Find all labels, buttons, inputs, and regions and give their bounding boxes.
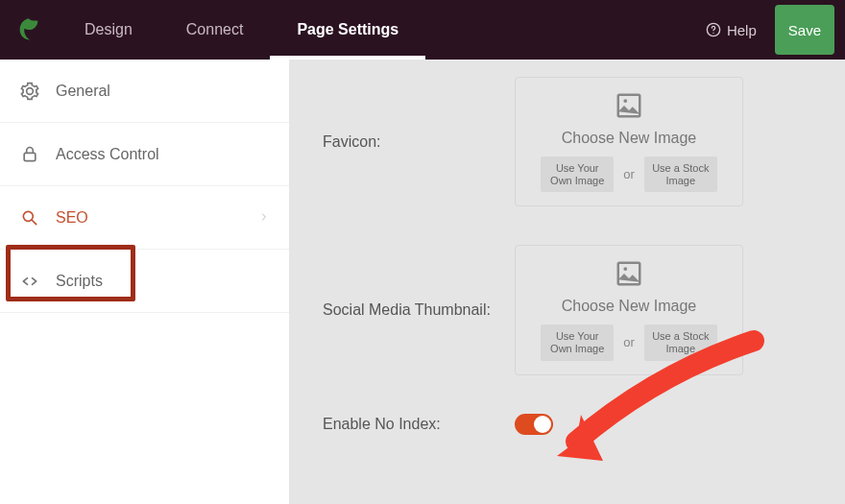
sidebar-item-label: SEO	[56, 209, 88, 227]
social-image-card: Choose New Image Use Your Own Image or U…	[515, 245, 743, 374]
content: General Access Control SEO Scripts	[0, 60, 845, 504]
social-thumbnail-label: Social Media Thumbnail:	[323, 301, 515, 319]
use-stock-image-button[interactable]: Use a Stock Image	[644, 156, 717, 192]
topbar-right: Help Save	[706, 0, 845, 60]
favicon-row: Favicon: Choose New Image Use Your Own I…	[323, 60, 818, 206]
or-label: or	[623, 335, 635, 349]
toggle-knob	[534, 416, 551, 433]
svg-point-6	[623, 99, 627, 103]
choose-new-image-label: Choose New Image	[562, 298, 697, 315]
save-button[interactable]: Save	[775, 5, 834, 55]
svg-line-4	[33, 220, 36, 224]
tab-design[interactable]: Design	[58, 0, 159, 60]
no-index-label: Enable No Index:	[323, 416, 515, 433]
choose-new-image-label: Choose New Image	[562, 130, 697, 147]
use-own-image-button[interactable]: Use Your Own Image	[541, 324, 614, 360]
svg-point-1	[712, 33, 713, 34]
tab-page-settings[interactable]: Page Settings	[270, 0, 425, 60]
image-placeholder-icon	[615, 259, 643, 288]
help-link[interactable]: Help	[706, 22, 757, 38]
favicon-image-card: Choose New Image Use Your Own Image or U…	[515, 77, 743, 206]
use-stock-image-button[interactable]: Use a Stock Image	[644, 324, 717, 360]
topbar: Design Connect Page Settings Help Save	[0, 0, 845, 60]
no-index-toggle[interactable]	[515, 414, 553, 435]
svg-rect-2	[24, 153, 36, 160]
sidebar: General Access Control SEO Scripts	[0, 60, 290, 504]
favicon-btn-row: Use Your Own Image or Use a Stock Image	[541, 156, 717, 192]
sidebar-item-label: Scripts	[56, 273, 103, 290]
code-icon	[19, 271, 40, 292]
search-icon	[19, 207, 40, 228]
gear-icon	[19, 81, 40, 102]
favicon-label: Favicon:	[323, 133, 515, 151]
social-btn-row: Use Your Own Image or Use a Stock Image	[541, 324, 717, 360]
svg-point-8	[623, 267, 627, 271]
sidebar-item-seo[interactable]: SEO	[0, 186, 289, 250]
use-own-image-button[interactable]: Use Your Own Image	[541, 156, 614, 192]
no-index-row: Enable No Index:	[323, 414, 818, 435]
tab-connect[interactable]: Connect	[159, 0, 271, 60]
sidebar-item-access-control[interactable]: Access Control	[0, 123, 289, 186]
leaf-icon	[15, 16, 42, 43]
help-icon	[706, 22, 721, 37]
app-logo	[0, 0, 58, 60]
or-label: or	[623, 167, 635, 181]
sidebar-item-label: General	[56, 83, 110, 100]
sidebar-item-scripts[interactable]: Scripts	[0, 250, 289, 313]
sidebar-item-label: Access Control	[56, 146, 159, 163]
chevron-right-icon	[258, 209, 270, 227]
main-panel: Favicon: Choose New Image Use Your Own I…	[290, 60, 845, 504]
help-label: Help	[727, 22, 757, 38]
lock-icon	[19, 144, 40, 165]
top-tabs: Design Connect Page Settings	[58, 0, 425, 60]
svg-point-3	[23, 211, 33, 221]
image-placeholder-icon	[615, 91, 643, 120]
sidebar-item-general[interactable]: General	[0, 60, 289, 123]
social-thumbnail-row: Social Media Thumbnail: Choose New Image…	[323, 245, 818, 374]
